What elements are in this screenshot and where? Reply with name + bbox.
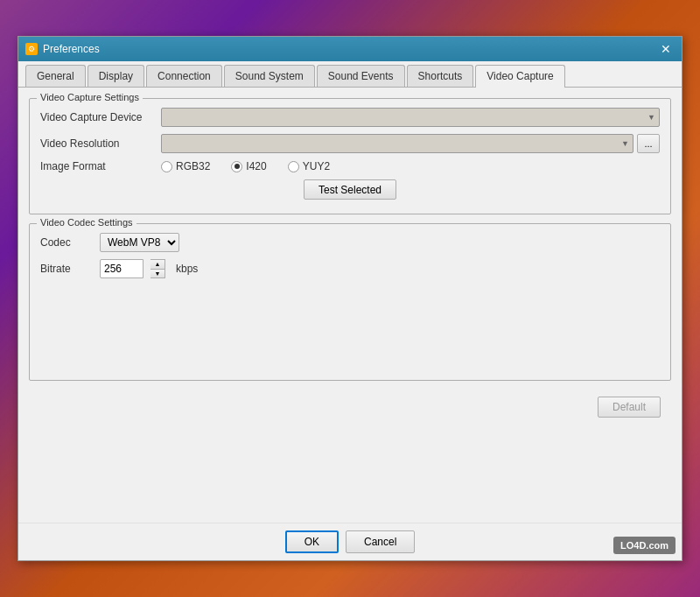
resolution-dropdown[interactable]: ▼ [161, 134, 634, 153]
main-content: Video Capture Settings Video Capture Dev… [18, 88, 682, 523]
test-selected-row: Test Selected [40, 179, 660, 200]
title-bar: ⚙ Preferences ✕ [18, 37, 682, 61]
tab-shortcuts[interactable]: Shortcuts [407, 65, 474, 87]
radio-label-rgb32: RGB32 [176, 160, 210, 172]
video-codec-settings-group: Video Codec Settings Codec WebM VP8 H.26… [29, 223, 671, 381]
resolution-label: Video Resolution [40, 137, 154, 150]
spinner-up-button[interactable]: ▲ [150, 260, 164, 270]
bitrate-label: Bitrate [40, 263, 93, 275]
radio-input-yuy2[interactable] [288, 161, 299, 172]
radio-i420[interactable]: I420 [231, 160, 266, 172]
tab-connection[interactable]: Connection [146, 65, 222, 87]
radio-input-rgb32[interactable] [161, 161, 172, 172]
tabs-bar: General Display Connection Sound System … [18, 61, 682, 88]
bottom-area: Default [29, 390, 671, 425]
tab-display[interactable]: Display [88, 65, 144, 87]
codec-row: Codec WebM VP8 H.264 VP9 [40, 233, 660, 252]
default-button[interactable]: Default [598, 397, 661, 418]
radio-label-yuy2: YUY2 [303, 160, 330, 172]
app-icon: ⚙ [25, 43, 38, 55]
radio-label-i420: I420 [246, 160, 266, 172]
bitrate-input[interactable] [100, 259, 144, 278]
bitrate-unit: kbps [176, 263, 198, 275]
watermark: LO4D.com [613, 537, 676, 554]
dropdown-arrow-resolution: ▼ [621, 139, 629, 148]
tab-video-capture[interactable]: Video Capture [475, 65, 565, 88]
device-label: Video Capture Device [40, 111, 154, 123]
radio-yuy2[interactable]: YUY2 [288, 160, 330, 172]
device-dropdown-wrapper: ▼ [161, 108, 660, 127]
image-format-row: Image Format RGB32 I420 YUY2 [40, 160, 660, 172]
cancel-button[interactable]: Cancel [346, 530, 415, 553]
device-row: Video Capture Device ▼ [40, 108, 660, 127]
tab-sound-system[interactable]: Sound System [224, 65, 315, 87]
tab-general[interactable]: General [25, 65, 86, 87]
resolution-dropdown-wrapper: ▼ ... [161, 134, 660, 153]
dialog-title: Preferences [43, 43, 100, 55]
dropdown-arrow-device: ▼ [648, 113, 655, 122]
video-codec-settings-title: Video Codec Settings [37, 217, 136, 228]
test-selected-button[interactable]: Test Selected [304, 179, 396, 200]
preferences-dialog: ⚙ Preferences ✕ General Display Connecti… [18, 36, 682, 561]
browse-button[interactable]: ... [637, 134, 660, 153]
title-bar-left: ⚙ Preferences [25, 43, 100, 55]
video-capture-settings-group: Video Capture Settings Video Capture Dev… [29, 98, 671, 214]
image-format-radio-group: RGB32 I420 YUY2 [161, 160, 660, 172]
codec-label: Codec [40, 236, 93, 249]
codec-select[interactable]: WebM VP8 H.264 VP9 [100, 233, 179, 252]
video-capture-settings-title: Video Capture Settings [37, 92, 143, 102]
radio-rgb32[interactable]: RGB32 [161, 160, 210, 172]
close-button[interactable]: ✕ [657, 40, 675, 58]
spinner-down-button[interactable]: ▼ [150, 270, 164, 278]
bitrate-spinner: ▲ ▼ [150, 259, 165, 278]
dialog-footer: OK Cancel [18, 523, 682, 560]
image-format-label: Image Format [40, 160, 154, 172]
bitrate-row: Bitrate ▲ ▼ kbps [40, 259, 660, 278]
tab-sound-events[interactable]: Sound Events [317, 65, 405, 87]
radio-input-i420[interactable] [231, 161, 242, 172]
ok-button[interactable]: OK [285, 530, 339, 553]
resolution-row: Video Resolution ▼ ... [40, 134, 660, 153]
device-dropdown[interactable]: ▼ [161, 108, 660, 127]
